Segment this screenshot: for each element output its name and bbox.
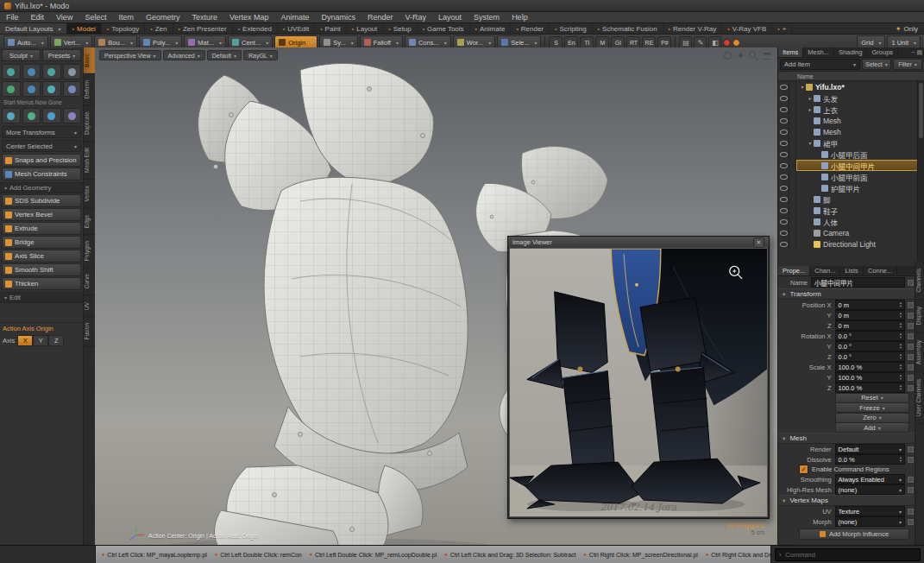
edit-header[interactable]: Edit (0, 292, 83, 303)
cube-tool-icon[interactable] (22, 64, 41, 79)
value-field[interactable]: 100.0 % (835, 383, 906, 393)
value-field[interactable]: 0.0 ° (835, 341, 906, 351)
value-field[interactable]: 100.0 % (835, 372, 906, 383)
spinner-icon[interactable] (900, 364, 902, 370)
more-transforms-dropdown[interactable]: More Transforms (2, 126, 81, 138)
menu-item[interactable]: Render (361, 13, 399, 22)
tree-row[interactable]: Directional Light (778, 238, 924, 250)
geometry-tool-button[interactable]: Smooth Shift (2, 263, 81, 276)
geometry-tool-button[interactable]: Extrude (2, 222, 81, 235)
filter-button[interactable]: Filter (893, 59, 922, 70)
visibility-eye-icon[interactable] (778, 227, 789, 238)
pan-icon[interactable] (736, 51, 745, 60)
only-toggle[interactable]: Only (904, 25, 918, 33)
channel-dot[interactable] (908, 385, 914, 391)
visibility-eye-icon[interactable] (778, 205, 789, 216)
layout-tab[interactable]: Zen Presenter (173, 23, 233, 34)
geometry-tool-button[interactable]: Thicken (2, 277, 81, 290)
axis-x-button[interactable]: X (17, 335, 33, 346)
command-box[interactable]: › (775, 548, 921, 561)
channel-dot[interactable] (908, 313, 914, 319)
toolbox-vertical-tab[interactable]: Fusion (84, 317, 95, 347)
spinner-icon[interactable] (900, 322, 902, 329)
visibility-eye-icon[interactable] (778, 160, 789, 171)
gear-tool-icon[interactable] (42, 81, 61, 97)
axis-y-button[interactable]: Y (33, 335, 48, 346)
menu-item[interactable]: Layout (432, 13, 468, 22)
morph-dropdown[interactable]: (none) (835, 516, 906, 527)
spinner-icon[interactable] (900, 312, 902, 319)
channel-dot[interactable] (908, 446, 914, 452)
channel-dot[interactable] (908, 519, 914, 525)
capsule-tool-icon[interactable] (22, 81, 41, 97)
expand-arrow-icon[interactable] (807, 95, 814, 101)
zoom-icon[interactable] (749, 51, 758, 60)
record-orange-icon[interactable] (732, 39, 740, 47)
channel-dot[interactable] (908, 333, 914, 339)
channel-dot[interactable] (908, 457, 914, 463)
add-item-dropdown[interactable]: Add Item (780, 59, 860, 70)
torus-tool-icon[interactable] (2, 81, 21, 97)
center-selected-dropdown[interactable]: Center Selected (2, 140, 81, 152)
smoothing-dropdown[interactable]: Always Enabled (835, 474, 906, 484)
transform-section-header[interactable]: Transform (778, 288, 915, 300)
visibility-eye-icon[interactable] (778, 126, 789, 137)
spinner-icon[interactable] (900, 332, 902, 339)
name-field[interactable]: 小腿中间甲片 (811, 277, 905, 288)
viewport-3d[interactable]: Perspective ViewAdvancedDefaultRayGL Act… (95, 47, 778, 546)
transform-action-button[interactable]: Add (835, 422, 909, 433)
visibility-eye-icon[interactable] (778, 216, 789, 227)
image-viewer-titlebar[interactable]: Image Viewer (508, 237, 769, 249)
value-field[interactable]: 0 m (835, 320, 906, 331)
type-tool-icon[interactable] (63, 81, 82, 97)
menu-item[interactable]: Texture (185, 13, 223, 22)
tree-row[interactable]: 脚 (778, 193, 924, 205)
layout-tab[interactable]: Paint (315, 23, 347, 34)
layout-tab[interactable]: Zen (145, 23, 173, 34)
channel-dot[interactable] (908, 364, 914, 370)
viewport-header-tab[interactable]: Advanced (163, 50, 205, 60)
viewport-header-tab[interactable]: Default (207, 50, 242, 60)
axis-z-button[interactable]: Z (48, 335, 64, 346)
tree-row[interactable]: Mesh (778, 115, 924, 126)
properties-panel-tab[interactable]: Chan... (810, 266, 840, 275)
visibility-eye-icon[interactable] (778, 92, 789, 104)
channel-dot[interactable] (908, 323, 914, 329)
add-morph-influence-button[interactable]: Add Morph Influence (799, 528, 909, 540)
tree-row[interactable]: Camera (778, 227, 924, 238)
tree-row[interactable]: 人体 (778, 216, 924, 227)
visibility-eye-icon[interactable] (778, 171, 789, 182)
toolbox-vertical-tab[interactable]: Polygon (84, 235, 95, 269)
transform-action-button[interactable]: Freeze (835, 402, 909, 413)
presets-dropdown[interactable]: Presets (42, 49, 81, 61)
panel-menu-icon[interactable]: ▤ (916, 49, 922, 56)
tree-scrollbar[interactable] (917, 81, 924, 266)
menu-item[interactable]: System (468, 13, 506, 22)
menu-item[interactable]: Edit (25, 13, 51, 22)
panel-minimize-icon[interactable]: − (911, 49, 915, 55)
menu-item[interactable]: Select (79, 13, 112, 22)
menu-item[interactable]: Help (506, 13, 534, 22)
properties-panel-tab[interactable]: Conne... (864, 266, 897, 275)
tree-row[interactable]: 护腿甲片 (778, 182, 924, 193)
highres-mesh-dropdown[interactable]: (none) (835, 484, 906, 495)
expand-arrow-icon[interactable] (799, 84, 806, 90)
sphere-tool-icon[interactable] (2, 64, 21, 79)
viewport-header-tab[interactable]: RayGL (243, 50, 278, 60)
channel-dot[interactable] (908, 354, 914, 360)
mesh-section-header[interactable]: Mesh (778, 433, 915, 444)
channel-dot[interactable] (908, 344, 914, 350)
tree-row[interactable]: 上衣 (778, 104, 924, 115)
tree-row[interactable]: 裙甲 (778, 137, 924, 149)
spinner-icon[interactable] (900, 384, 902, 391)
toolbox-vertical-tab[interactable]: Basic (84, 47, 95, 74)
value-field[interactable]: 0.0 ° (835, 351, 906, 362)
value-field[interactable]: 0 m (835, 300, 906, 310)
geometry-tool-button[interactable]: Axis Slice (2, 250, 81, 263)
box-tool-icon[interactable] (22, 108, 41, 123)
command-input[interactable] (783, 550, 916, 560)
expand-arrow-icon[interactable] (807, 106, 814, 112)
visibility-eye-icon[interactable] (778, 238, 789, 250)
layout-tab[interactable]: Setup (383, 23, 417, 34)
value-field[interactable]: 0 m (835, 310, 906, 320)
